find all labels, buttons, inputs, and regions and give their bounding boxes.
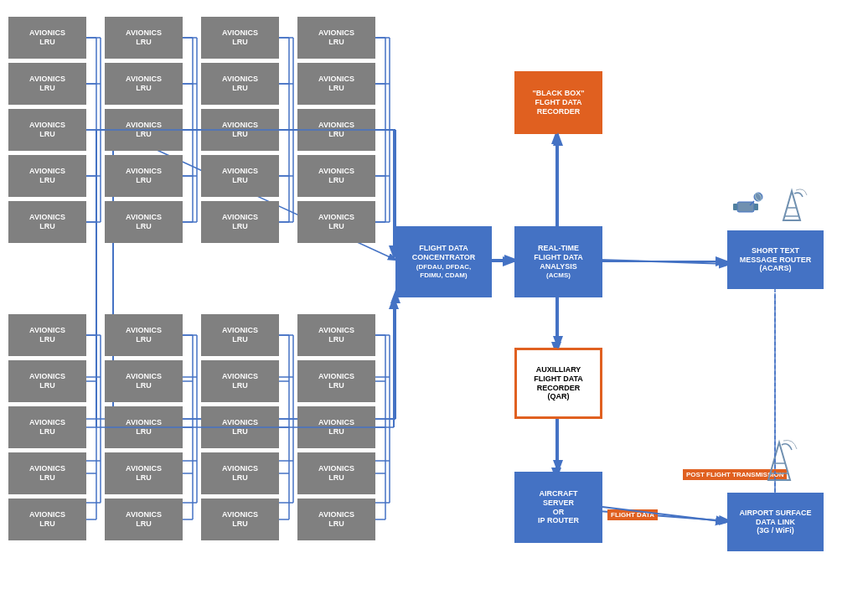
auxilliary-recorder: AUXILLIARYFLIGHT DATARECORDER(QAR)	[514, 348, 602, 419]
avionics-lru-c4r3: AVIONICSLRU	[297, 109, 375, 151]
avionics-lru-c3r9: AVIONICSLRU	[201, 452, 279, 494]
short-text-router: SHORT TEXTMESSAGE ROUTER(ACARS)	[727, 230, 824, 289]
tower-bottom-svg	[758, 438, 800, 484]
avionics-lru-c1r8: AVIONICSLRU	[8, 406, 86, 448]
avionics-lru-c1r4: AVIONICSLRU	[8, 155, 86, 197]
satellite-tower-area	[721, 184, 821, 226]
avionics-lru-c1r9: AVIONICSLRU	[8, 452, 86, 494]
flight-data-badge: FLIGHT DATA	[607, 509, 658, 520]
avionics-lru-c2r4: AVIONICSLRU	[105, 155, 183, 197]
avionics-lru-c2r1: AVIONICSLRU	[105, 17, 183, 59]
avionics-lru-c1r10: AVIONICSLRU	[8, 499, 86, 540]
tower-bottom-icon	[754, 436, 804, 486]
aircraft-server: AIRCRAFTSERVERORIP ROUTER	[514, 472, 602, 543]
diagram: AVIONICSLRU AVIONICSLRU AVIONICSLRU AVIO…	[0, 0, 868, 589]
svg-line-70	[598, 260, 729, 264]
avionics-lru-c3r2: AVIONICSLRU	[201, 63, 279, 105]
avionics-lru-c4r4: AVIONICSLRU	[297, 155, 375, 197]
avionics-lru-c1r3: AVIONICSLRU	[8, 109, 86, 151]
avionics-lru-c4r6: AVIONICSLRU	[297, 314, 375, 356]
avionics-lru-c1r5: AVIONICSLRU	[8, 201, 86, 243]
airport-surface-link: AIRPORT SURFACEDATA LINK(3G / WiFi)	[727, 493, 824, 551]
avionics-lru-c3r3: AVIONICSLRU	[201, 109, 279, 151]
avionics-lru-c3r10: AVIONICSLRU	[201, 499, 279, 540]
avionics-lru-c4r7: AVIONICSLRU	[297, 360, 375, 402]
avionics-lru-c2r8: AVIONICSLRU	[105, 406, 183, 448]
avionics-lru-c1r6: AVIONICSLRU	[8, 314, 86, 356]
avionics-lru-c4r10: AVIONICSLRU	[297, 499, 375, 540]
avionics-lru-c1r7: AVIONICSLRU	[8, 360, 86, 402]
flight-data-concentrator: FLIGHT DATACONCENTRATOR(DFDAU, DFDAC,FDI…	[395, 226, 492, 297]
avionics-lru-c2r5: AVIONICSLRU	[105, 201, 183, 243]
svg-rect-77	[754, 204, 758, 210]
avionics-lru-c2r9: AVIONICSLRU	[105, 452, 183, 494]
avionics-lru-c4r9: AVIONICSLRU	[297, 452, 375, 494]
avionics-lru-c1r2: AVIONICSLRU	[8, 63, 86, 105]
svg-marker-84	[768, 442, 790, 480]
avionics-lru-c4r5: AVIONICSLRU	[297, 201, 375, 243]
avionics-lru-c2r3: AVIONICSLRU	[105, 109, 183, 151]
avionics-lru-c3r8: AVIONICSLRU	[201, 406, 279, 448]
avionics-lru-c3r1: AVIONICSLRU	[201, 17, 279, 59]
avionics-lru-c3r6: AVIONICSLRU	[201, 314, 279, 356]
avionics-lru-c4r2: AVIONICSLRU	[297, 63, 375, 105]
avionics-lru-c2r7: AVIONICSLRU	[105, 360, 183, 402]
avionics-lru-c3r7: AVIONICSLRU	[201, 360, 279, 402]
satellite-icon	[733, 187, 771, 225]
black-box-recorder: "BLACK BOX"FLGHT DATARECORDER	[514, 71, 602, 134]
avionics-lru-c2r10: AVIONICSLRU	[105, 499, 183, 540]
avionics-lru-c2r2: AVIONICSLRU	[105, 63, 183, 105]
avionics-lru-c4r8: AVIONICSLRU	[297, 406, 375, 448]
avionics-lru-c3r5: AVIONICSLRU	[201, 201, 279, 243]
avionics-lru-c4r1: AVIONICSLRU	[297, 17, 375, 59]
avionics-lru-c1r1: AVIONICSLRU	[8, 17, 86, 59]
realtime-analysis: REAL-TIMEFLIGHT DATAANALYSIS(ACMS)	[514, 226, 602, 297]
tower-icon	[775, 187, 809, 225]
svg-rect-76	[733, 204, 737, 210]
avionics-lru-c3r4: AVIONICSLRU	[201, 155, 279, 197]
avionics-lru-c2r6: AVIONICSLRU	[105, 314, 183, 356]
